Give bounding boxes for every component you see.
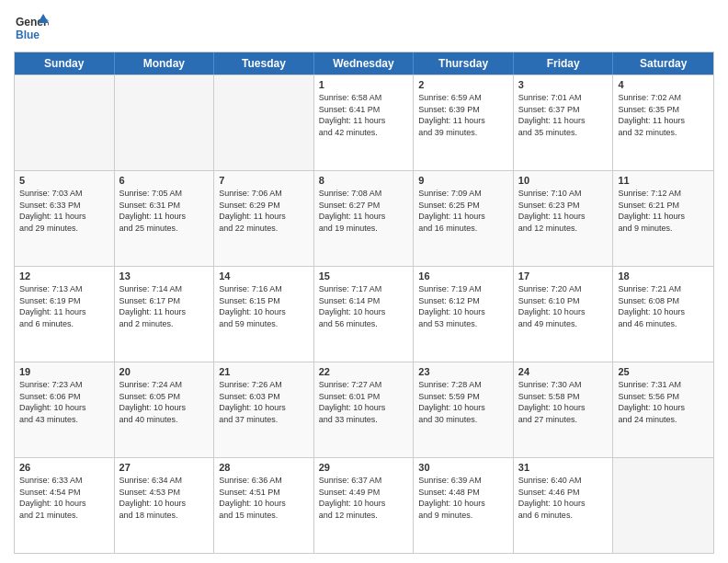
day-number: 27 <box>119 462 210 473</box>
day-info: Sunrise: 7:17 AM Sunset: 6:14 PM Dayligh… <box>319 283 409 329</box>
day-number: 19 <box>19 366 109 377</box>
weekday-header: Thursday <box>414 52 514 75</box>
day-info: Sunrise: 6:36 AM Sunset: 4:51 PM Dayligh… <box>219 475 309 521</box>
weekday-header: Sunday <box>15 52 115 75</box>
day-number: 29 <box>319 462 409 473</box>
day-info: Sunrise: 7:30 AM Sunset: 5:58 PM Dayligh… <box>518 379 609 425</box>
day-number: 8 <box>319 175 409 186</box>
calendar-cell: 2Sunrise: 6:59 AM Sunset: 6:39 PM Daylig… <box>414 75 514 170</box>
weekday-header: Friday <box>514 52 614 75</box>
day-number: 16 <box>418 270 508 282</box>
day-number: 10 <box>518 175 609 186</box>
calendar-cell: 9Sunrise: 7:09 AM Sunset: 6:25 PM Daylig… <box>414 171 514 266</box>
calendar-row: 5Sunrise: 7:03 AM Sunset: 6:33 PM Daylig… <box>15 170 713 266</box>
day-number: 18 <box>618 270 709 282</box>
calendar-cell: 30Sunrise: 6:39 AM Sunset: 4:48 PM Dayli… <box>414 458 514 553</box>
weekday-header: Monday <box>115 52 215 75</box>
day-info: Sunrise: 7:24 AM Sunset: 6:05 PM Dayligh… <box>119 379 210 425</box>
calendar-cell: 23Sunrise: 7:28 AM Sunset: 5:59 PM Dayli… <box>414 362 514 457</box>
calendar-cell: 13Sunrise: 7:14 AM Sunset: 6:17 PM Dayli… <box>115 267 215 362</box>
day-number: 26 <box>19 462 109 473</box>
calendar-cell: 11Sunrise: 7:12 AM Sunset: 6:21 PM Dayli… <box>613 171 713 266</box>
day-info: Sunrise: 6:59 AM Sunset: 6:39 PM Dayligh… <box>418 92 508 138</box>
day-number: 4 <box>618 79 709 90</box>
svg-text:Blue: Blue <box>16 29 40 41</box>
calendar-row: 19Sunrise: 7:23 AM Sunset: 6:06 PM Dayli… <box>15 362 713 457</box>
calendar-cell: 31Sunrise: 6:40 AM Sunset: 4:46 PM Dayli… <box>514 458 614 553</box>
logo-icon: General Blue <box>14 9 49 44</box>
day-info: Sunrise: 6:58 AM Sunset: 6:41 PM Dayligh… <box>319 92 409 138</box>
day-info: Sunrise: 7:05 AM Sunset: 6:31 PM Dayligh… <box>119 188 210 234</box>
day-number: 14 <box>219 270 309 282</box>
calendar-cell: 22Sunrise: 7:27 AM Sunset: 6:01 PM Dayli… <box>314 362 415 457</box>
calendar-cell: 15Sunrise: 7:17 AM Sunset: 6:14 PM Dayli… <box>314 267 415 362</box>
calendar-row: 1Sunrise: 6:58 AM Sunset: 6:41 PM Daylig… <box>15 75 713 170</box>
day-number: 13 <box>119 270 210 282</box>
calendar-cell: 12Sunrise: 7:13 AM Sunset: 6:19 PM Dayli… <box>15 267 115 362</box>
day-info: Sunrise: 7:16 AM Sunset: 6:15 PM Dayligh… <box>219 283 309 329</box>
calendar-cell <box>115 75 215 170</box>
calendar-row: 12Sunrise: 7:13 AM Sunset: 6:19 PM Dayli… <box>15 266 713 362</box>
calendar-cell: 18Sunrise: 7:21 AM Sunset: 6:08 PM Dayli… <box>613 267 713 362</box>
day-info: Sunrise: 6:40 AM Sunset: 4:46 PM Dayligh… <box>518 475 609 521</box>
calendar-cell: 8Sunrise: 7:08 AM Sunset: 6:27 PM Daylig… <box>314 171 415 266</box>
calendar: SundayMondayTuesdayWednesdayThursdayFrid… <box>14 52 714 554</box>
calendar-cell <box>613 458 713 553</box>
page: General Blue SundayMondayTuesdayWednesda… <box>0 0 728 563</box>
calendar-cell: 28Sunrise: 6:36 AM Sunset: 4:51 PM Dayli… <box>214 458 314 553</box>
calendar-cell: 3Sunrise: 7:01 AM Sunset: 6:37 PM Daylig… <box>514 75 614 170</box>
day-info: Sunrise: 6:34 AM Sunset: 4:53 PM Dayligh… <box>119 475 210 521</box>
day-number: 22 <box>319 366 409 377</box>
day-number: 9 <box>418 175 508 186</box>
calendar-cell: 5Sunrise: 7:03 AM Sunset: 6:33 PM Daylig… <box>15 171 115 266</box>
day-info: Sunrise: 7:28 AM Sunset: 5:59 PM Dayligh… <box>418 379 508 425</box>
day-number: 24 <box>518 366 609 377</box>
day-number: 7 <box>219 175 309 186</box>
weekday-header: Wednesday <box>314 52 415 75</box>
day-info: Sunrise: 7:19 AM Sunset: 6:12 PM Dayligh… <box>418 283 508 329</box>
calendar-cell: 14Sunrise: 7:16 AM Sunset: 6:15 PM Dayli… <box>214 267 314 362</box>
day-number: 2 <box>418 79 508 90</box>
day-number: 5 <box>19 175 109 186</box>
day-number: 30 <box>418 462 508 473</box>
day-info: Sunrise: 7:03 AM Sunset: 6:33 PM Dayligh… <box>19 188 109 234</box>
day-info: Sunrise: 7:13 AM Sunset: 6:19 PM Dayligh… <box>19 283 109 329</box>
calendar-cell: 27Sunrise: 6:34 AM Sunset: 4:53 PM Dayli… <box>115 458 215 553</box>
day-info: Sunrise: 7:14 AM Sunset: 6:17 PM Dayligh… <box>119 283 210 329</box>
day-info: Sunrise: 7:06 AM Sunset: 6:29 PM Dayligh… <box>219 188 309 234</box>
day-number: 28 <box>219 462 309 473</box>
day-info: Sunrise: 7:09 AM Sunset: 6:25 PM Dayligh… <box>418 188 508 234</box>
calendar-cell: 25Sunrise: 7:31 AM Sunset: 5:56 PM Dayli… <box>613 362 713 457</box>
calendar-cell: 16Sunrise: 7:19 AM Sunset: 6:12 PM Dayli… <box>414 267 514 362</box>
calendar-cell: 7Sunrise: 7:06 AM Sunset: 6:29 PM Daylig… <box>214 171 314 266</box>
day-number: 1 <box>319 79 409 90</box>
day-number: 12 <box>19 270 109 282</box>
calendar-cell: 21Sunrise: 7:26 AM Sunset: 6:03 PM Dayli… <box>214 362 314 457</box>
logo: General Blue <box>14 9 49 44</box>
calendar-row: 26Sunrise: 6:33 AM Sunset: 4:54 PM Dayli… <box>15 457 713 553</box>
weekday-header: Saturday <box>613 52 713 75</box>
day-info: Sunrise: 7:23 AM Sunset: 6:06 PM Dayligh… <box>19 379 109 425</box>
header: General Blue <box>14 9 714 44</box>
weekday-header: Tuesday <box>214 52 314 75</box>
day-info: Sunrise: 7:26 AM Sunset: 6:03 PM Dayligh… <box>219 379 309 425</box>
day-info: Sunrise: 7:10 AM Sunset: 6:23 PM Dayligh… <box>518 188 609 234</box>
day-number: 25 <box>618 366 709 377</box>
calendar-cell: 1Sunrise: 6:58 AM Sunset: 6:41 PM Daylig… <box>314 75 415 170</box>
day-number: 11 <box>618 175 709 186</box>
calendar-header: SundayMondayTuesdayWednesdayThursdayFrid… <box>15 52 713 75</box>
day-number: 31 <box>518 462 609 473</box>
calendar-cell: 24Sunrise: 7:30 AM Sunset: 5:58 PM Dayli… <box>514 362 614 457</box>
day-number: 23 <box>418 366 508 377</box>
day-number: 15 <box>319 270 409 282</box>
day-number: 21 <box>219 366 309 377</box>
calendar-cell: 29Sunrise: 6:37 AM Sunset: 4:49 PM Dayli… <box>314 458 415 553</box>
calendar-body: 1Sunrise: 6:58 AM Sunset: 6:41 PM Daylig… <box>15 75 713 553</box>
calendar-cell: 19Sunrise: 7:23 AM Sunset: 6:06 PM Dayli… <box>15 362 115 457</box>
day-info: Sunrise: 7:21 AM Sunset: 6:08 PM Dayligh… <box>618 283 709 329</box>
calendar-cell: 10Sunrise: 7:10 AM Sunset: 6:23 PM Dayli… <box>514 171 614 266</box>
calendar-cell: 26Sunrise: 6:33 AM Sunset: 4:54 PM Dayli… <box>15 458 115 553</box>
calendar-cell <box>15 75 115 170</box>
day-info: Sunrise: 7:20 AM Sunset: 6:10 PM Dayligh… <box>518 283 609 329</box>
day-number: 20 <box>119 366 210 377</box>
